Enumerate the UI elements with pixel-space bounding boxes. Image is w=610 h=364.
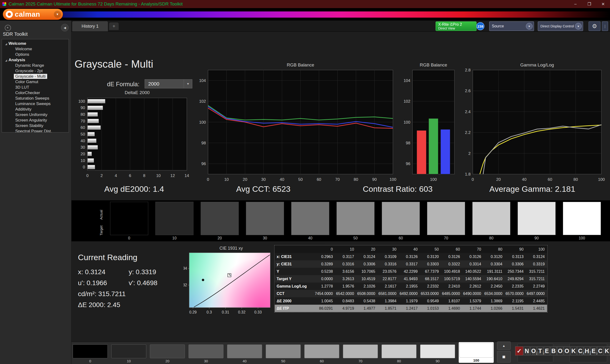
panel-handle-button[interactable]: ⋮ (602, 21, 608, 31)
patch-button-80[interactable]: 80 (381, 344, 416, 364)
patch-level-label: 80 (381, 358, 416, 364)
patch-button-100[interactable]: 100 (459, 342, 494, 363)
sidebar-item-spectral-power-dist[interactable]: Spectral Power Dist. (14, 129, 53, 132)
ramp-swatch-color (110, 202, 148, 235)
de-formula-dropdown[interactable]: 2000 ▼ (145, 79, 192, 88)
ramp-level-label: 10 (155, 236, 194, 240)
patch-button-30[interactable]: 30 (188, 344, 223, 364)
brand-logo[interactable]: calman ▼ (3, 9, 63, 20)
ramp-swatch-color (382, 202, 420, 235)
sidebar-item-saturation-sweeps[interactable]: Saturation Sweeps (14, 96, 51, 101)
table-cell: 190.6410 (483, 275, 505, 283)
close-button[interactable]: ✕ (596, 0, 610, 8)
ramp-swatch-90: 90 (518, 202, 556, 240)
gear-icon: ⚙ (592, 23, 597, 29)
patch-button-10[interactable]: 10 (111, 344, 146, 364)
svg-text:20: 20 (243, 177, 247, 182)
table-cell: 1.5379 (462, 297, 483, 305)
sidebar-item-grayscale-multi[interactable]: Grayscale - Multi (14, 74, 47, 79)
sidebar-item-welcome[interactable]: Welcome (14, 46, 34, 52)
add-tab-button[interactable]: + (109, 22, 119, 30)
settings-button[interactable]: ⚙ (589, 21, 600, 31)
meter-button[interactable]: X-Rite i1Pro 2 Direct View (436, 21, 477, 31)
source-dropdown[interactable]: Source ▼ (489, 21, 534, 31)
ramp-swatch-color (246, 202, 284, 235)
tree-section-analysis[interactable]: ◢Analysis (5, 57, 69, 62)
patch-swatch (111, 344, 146, 358)
minimize-button[interactable]: – (569, 0, 582, 8)
svg-text:80: 80 (80, 112, 85, 117)
patch-button-70[interactable]: 70 (343, 344, 378, 364)
table-cell: 0.9549 (420, 297, 441, 305)
row-label: Gamma Log/Log (275, 283, 314, 290)
pattern-window-button[interactable]: ■ (497, 351, 511, 363)
collapse-sidebar-button[interactable]: ◀ (61, 24, 69, 31)
table-cell: 67.7379 (420, 268, 441, 275)
svg-text:40: 40 (522, 177, 527, 182)
ramp-swatch-40: 40 (291, 202, 329, 240)
current-reading-line: x: 0.3124y: 0.3319 (78, 268, 156, 276)
sidebar-item-dynamic-range[interactable]: Dynamic Range (14, 63, 46, 68)
row-label: x: CIE31 (275, 253, 314, 260)
sidebar: ◀ SDR Toolkit ◢WelcomeWelcomeOptions◢Ana… (0, 21, 71, 364)
svg-text:104: 104 (404, 78, 410, 83)
patch-button-20[interactable]: 20 (150, 344, 185, 364)
row-label: ΔE ITP (275, 305, 314, 312)
sidebar-item-screen-stability[interactable]: Screen Stability (14, 123, 45, 128)
table-cell: 2.2410 (441, 283, 462, 290)
ramp-swatch-100: 100 (563, 202, 601, 240)
table-cell: 250.7344 (505, 268, 526, 275)
table-cell: 6485.0000 (441, 290, 462, 297)
sidebar-item-colorchecker[interactable]: ColorChecker (14, 90, 41, 95)
maximize-button[interactable]: ❐ (582, 0, 596, 8)
patch-bar: ▲ ■ « Back Next » ✓NOTEBOOKCHECK 0 10 20… (71, 342, 610, 364)
sidebar-item-additivity[interactable]: Additivity (14, 107, 33, 112)
ramp-swatch-color (155, 202, 194, 235)
watermark-letter: O (564, 346, 570, 355)
gamma-chart: 1.822.22.42.62.8020406080100 (458, 66, 607, 183)
table-cell: 0.5238 (314, 268, 335, 275)
sidebar-item-luminance-sweeps[interactable]: Luminance Sweeps (14, 101, 52, 106)
table-cell: 0.3319 (526, 260, 547, 268)
sidebar-item-screen-uniformity[interactable]: Screen Uniformity (14, 112, 49, 117)
svg-text:70: 70 (335, 177, 340, 182)
ramp-swatch-50: 50 (337, 202, 375, 240)
patch-swatch (188, 344, 223, 358)
sidebar-item-grayscale-2pt[interactable]: Grayscale - 2pt (14, 68, 44, 73)
patch-button-40[interactable]: 40 (227, 344, 262, 364)
sidebar-item-3d-lut[interactable]: 3D LUT (14, 85, 31, 90)
de-formula-label: dE Formula: (107, 81, 139, 88)
patch-button-60[interactable]: 60 (304, 344, 339, 364)
table-cell: 10.4519 (356, 275, 378, 283)
column-header: 0 (314, 246, 335, 253)
sidebar-item-screen-angularity[interactable]: Screen Angularity (14, 118, 48, 123)
tab-history-1[interactable]: History 1 (72, 21, 108, 31)
display-control-dropdown[interactable]: Direct Display Control ▼ (538, 21, 583, 31)
svg-text:90: 90 (80, 105, 85, 110)
table-cell: 1.9576 (335, 283, 356, 290)
pattern-up-button[interactable]: ▲ (497, 342, 511, 350)
sidebar-item-options[interactable]: Options (14, 52, 31, 57)
row-label: ΔE 2000 (275, 297, 314, 305)
table-cell: 0.3317 (399, 260, 420, 268)
table-cell: 315.7211 (526, 268, 547, 275)
svg-text:0.3: 0.3 (207, 310, 212, 314)
svg-text:10: 10 (224, 177, 229, 182)
patch-button-0[interactable]: 0 (73, 344, 108, 364)
patch-level-label: 50 (266, 358, 301, 364)
sidebar-item-color-gamut[interactable]: Color Gamut (14, 79, 39, 84)
tree-section-welcome[interactable]: ◢Welcome (5, 41, 69, 46)
page-title: Grayscale - Multi (75, 58, 153, 70)
results-table-wrap: 0102030405060708090100x: CIE310.29630.31… (274, 245, 547, 312)
table-row-cct: CCT7454.00006542.00006508.00006581.00006… (275, 290, 547, 297)
column-header: 70 (462, 246, 483, 253)
table-cell: 6533.0000 (420, 290, 441, 297)
table-cell: 100.5719 (441, 275, 462, 283)
brand-dropdown-icon[interactable]: ▼ (54, 11, 61, 18)
patch-button-90[interactable]: 90 (420, 344, 455, 364)
row-label: CCT (275, 290, 314, 297)
patch-button-50[interactable]: 50 (266, 344, 301, 364)
svg-text:20: 20 (80, 152, 85, 156)
svg-text:102: 102 (404, 99, 410, 104)
table-cell: 86.0291 (314, 305, 335, 312)
